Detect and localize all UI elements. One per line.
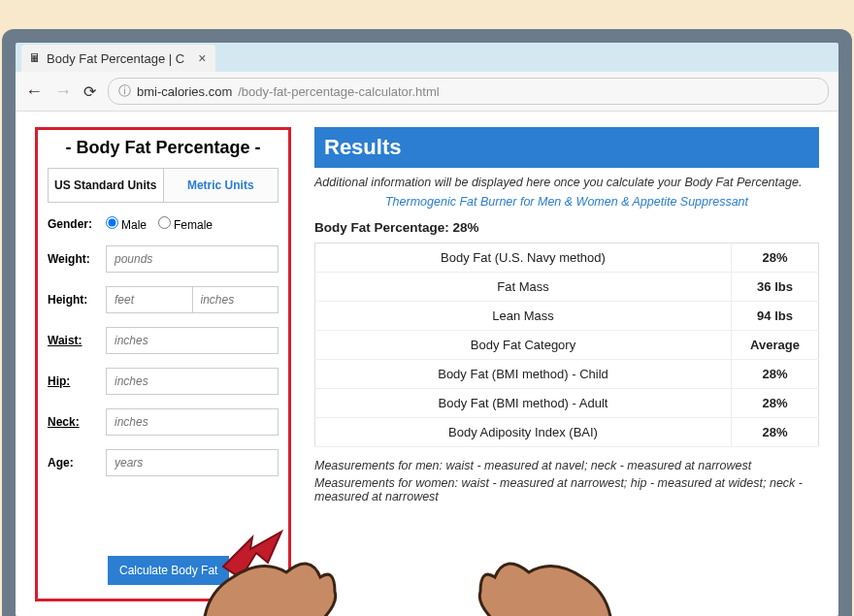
result-row-label: Lean Mass: [315, 302, 732, 331]
result-row-label: Body Fat (BMI method) - Adult: [315, 389, 732, 418]
info-icon: ⓘ: [118, 82, 131, 100]
laptop-frame: 🖩 Body Fat Percentage | C × ← → ⟳ ⓘ bmi-…: [2, 29, 852, 616]
tab-us-units[interactable]: US Standard Units: [49, 169, 164, 202]
neck-label: Neck:: [48, 415, 98, 429]
age-row: Age:: [48, 449, 279, 476]
height-label: Height:: [48, 293, 98, 307]
gender-row: Gender: Male Female: [48, 216, 279, 232]
age-input[interactable]: [106, 449, 279, 476]
tab-metric-units[interactable]: Metric Units: [164, 169, 279, 202]
measurement-note-men: Measurements for men: waist - measured a…: [314, 459, 819, 472]
result-row-value: 28%: [732, 389, 819, 418]
result-row-value: 28%: [732, 418, 819, 447]
waist-label: Waist:: [48, 334, 98, 347]
result-row-label: Body Fat Category: [315, 331, 732, 360]
address-bar: ← → ⟳ ⓘ bmi-calories.com/body-fat-percen…: [16, 72, 838, 112]
url-path: /body-fat-percentage-calculator.html: [238, 84, 439, 99]
calculate-button[interactable]: Calculate Body Fat: [108, 556, 229, 585]
results-info-text: Additional information will be displayed…: [314, 176, 819, 189]
result-row: Body Fat (BMI method) - Adult28%: [315, 389, 819, 418]
result-row: Body Fat (BMI method) - Child28%: [315, 360, 819, 389]
result-row: Body Fat (U.S. Navy method)28%: [315, 243, 819, 273]
body-fat-summary: Body Fat Percentage: 28%: [314, 220, 819, 235]
calculator-panel: - Body Fat Percentage - US Standard Unit…: [35, 127, 291, 601]
browser-window: 🖩 Body Fat Percentage | C × ← → ⟳ ⓘ bmi-…: [16, 43, 838, 616]
result-row: Body Adiposity Index (BAI)28%: [315, 418, 819, 447]
result-row-value: 94 lbs: [732, 302, 819, 331]
url-field[interactable]: ⓘ bmi-calories.com/body-fat-percentage-c…: [108, 78, 829, 105]
result-row-label: Fat Mass: [315, 273, 732, 302]
waist-row: Waist:: [48, 327, 279, 354]
gender-label: Gender:: [48, 217, 98, 231]
unit-tabs: US Standard Units Metric Units: [48, 168, 279, 203]
result-row: Body Fat CategoryAverage: [315, 331, 819, 360]
calculator-title: - Body Fat Percentage -: [48, 138, 279, 158]
gender-male-radio[interactable]: Male: [106, 216, 147, 232]
height-row: Height:: [48, 286, 279, 313]
gender-female-radio[interactable]: Female: [158, 216, 213, 232]
hip-row: Hip:: [48, 368, 279, 395]
result-row: Lean Mass94 lbs: [315, 302, 819, 331]
browser-tab[interactable]: 🖩 Body Fat Percentage | C ×: [21, 45, 215, 72]
url-domain: bmi-calories.com: [137, 84, 232, 99]
calculator-icon: 🖩: [29, 51, 41, 65]
hip-label: Hip:: [48, 374, 98, 388]
back-button[interactable]: ←: [25, 81, 43, 102]
forward-button[interactable]: →: [54, 81, 72, 102]
close-tab-icon[interactable]: ×: [198, 50, 206, 66]
result-row-value: Average: [732, 331, 819, 360]
result-row-value: 28%: [732, 243, 819, 273]
page-content: - Body Fat Percentage - US Standard Unit…: [16, 112, 838, 616]
weight-row: Weight:: [48, 245, 279, 273]
age-label: Age:: [48, 456, 98, 470]
measurement-note-women: Measurements for women: waist - measured…: [314, 476, 819, 503]
result-row-label: Body Fat (U.S. Navy method): [315, 243, 732, 273]
results-table: Body Fat (U.S. Navy method)28%Fat Mass36…: [314, 243, 819, 447]
reload-button[interactable]: ⟳: [83, 82, 96, 101]
tab-title: Body Fat Percentage | C: [47, 51, 184, 66]
result-row: Fat Mass36 lbs: [315, 273, 819, 302]
result-row-value: 28%: [732, 360, 819, 389]
promo-link[interactable]: Thermogenic Fat Burner for Men & Women &…: [314, 195, 819, 209]
height-feet-input[interactable]: [106, 286, 193, 313]
results-panel: Results Additional information will be d…: [314, 127, 819, 601]
result-row-label: Body Fat (BMI method) - Child: [315, 360, 732, 389]
result-row-value: 36 lbs: [732, 273, 819, 302]
hip-input[interactable]: [106, 368, 279, 395]
results-header: Results: [314, 127, 819, 168]
height-inches-input[interactable]: [193, 286, 279, 313]
neck-row: Neck:: [48, 408, 279, 436]
waist-input[interactable]: [106, 327, 279, 354]
result-row-label: Body Adiposity Index (BAI): [315, 418, 732, 447]
weight-input[interactable]: [106, 245, 279, 273]
tab-strip: 🖩 Body Fat Percentage | C ×: [16, 43, 838, 72]
neck-input[interactable]: [106, 408, 279, 436]
weight-label: Weight:: [48, 252, 98, 266]
